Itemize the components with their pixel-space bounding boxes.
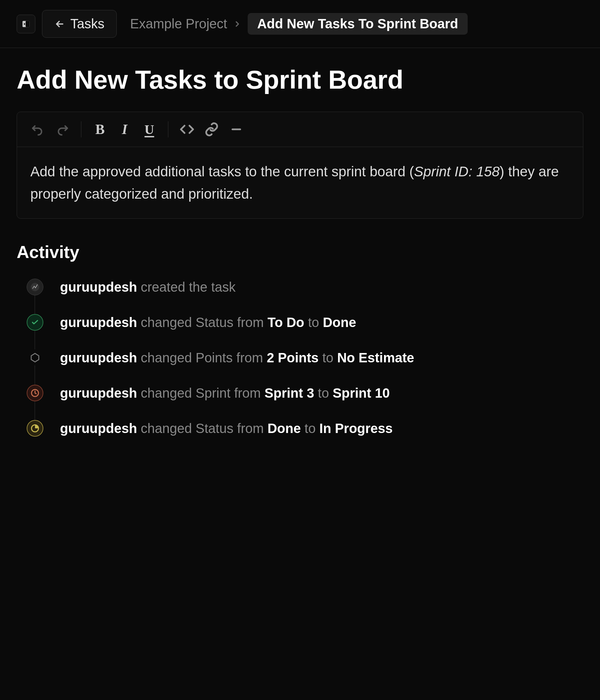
clock-icon [27, 385, 43, 401]
activity-item: guruupdesh changed Status from Done to I… [27, 420, 583, 437]
underline-button[interactable]: U [139, 120, 160, 139]
activity-connector [35, 330, 35, 349]
minus-icon [230, 123, 243, 136]
code-button[interactable] [176, 120, 198, 139]
undo-button[interactable] [27, 120, 48, 139]
check-icon [27, 314, 43, 331]
link-icon [204, 122, 219, 137]
hex-icon [27, 349, 43, 366]
activity-text: guruupdesh changed Sprint from Sprint 3 … [60, 386, 390, 401]
main-content: Add New Tasks to Sprint Board B I U [0, 48, 600, 472]
activity-user: guruupdesh [60, 315, 137, 330]
activity-item: guruupdesh changed Status from To Do to … [27, 314, 583, 331]
undo-icon [31, 123, 44, 136]
code-icon [180, 122, 194, 137]
redo-button[interactable] [52, 120, 73, 139]
link-button[interactable] [201, 120, 222, 139]
activity-to-word: to [319, 350, 338, 365]
activity-from: Done [267, 421, 301, 436]
activity-to: In Progress [319, 421, 393, 436]
activity-list: guruupdesh created the taskguruupdesh ch… [17, 279, 583, 437]
activity-connector [35, 295, 35, 314]
activity-connector [35, 365, 35, 385]
activity-action: changed Points from [141, 350, 267, 365]
activity-user: guruupdesh [60, 421, 137, 436]
activity-text: guruupdesh changed Points from 2 Points … [60, 350, 414, 365]
activity-to-word: to [304, 315, 323, 330]
activity-heading: Activity [17, 242, 583, 262]
activity-to-word: to [301, 421, 319, 436]
italic-button[interactable]: I [114, 120, 135, 139]
bold-button[interactable]: B [89, 120, 111, 139]
activity-from: To Do [267, 315, 304, 330]
editor-toolbar: B I U [17, 112, 583, 147]
page-title: Add New Tasks to Sprint Board [17, 65, 583, 95]
header: Tasks Example Project Add New Tasks To S… [0, 0, 600, 48]
activity-to: Done [323, 315, 356, 330]
prog-icon [27, 420, 43, 437]
activity-action: created the task [141, 280, 236, 294]
description-editor: B I U Add the approved additional tasks … [17, 112, 583, 219]
activity-to: Sprint 10 [333, 386, 390, 400]
activity-text: guruupdesh changed Status from Done to I… [60, 421, 393, 436]
arrow-left-icon [54, 19, 65, 29]
description-text[interactable]: Add the approved additional tasks to the… [17, 147, 583, 218]
activity-to: No Estimate [337, 350, 414, 365]
avatar-icon [27, 279, 43, 295]
panel-toggle-icon [21, 19, 31, 29]
italic-icon: I [122, 121, 127, 138]
activity-item: guruupdesh created the task [27, 279, 583, 295]
back-button[interactable]: Tasks [42, 10, 117, 38]
chevron-right-icon [233, 16, 242, 31]
sidebar-toggle-button[interactable] [17, 15, 35, 33]
svg-rect-1 [26, 21, 30, 27]
activity-connector [35, 401, 35, 420]
toolbar-separator [168, 121, 168, 138]
activity-user: guruupdesh [60, 280, 137, 294]
activity-action: changed Status from [141, 421, 267, 436]
toolbar-separator [81, 121, 81, 138]
activity-action: changed Sprint from [141, 386, 264, 400]
breadcrumb-project[interactable]: Example Project [130, 16, 227, 31]
activity-text: guruupdesh changed Status from To Do to … [60, 315, 356, 330]
activity-action: changed Status from [141, 315, 267, 330]
redo-icon [56, 123, 69, 136]
activity-item: guruupdesh changed Sprint from Sprint 3 … [27, 385, 583, 401]
activity-from: Sprint 3 [265, 386, 314, 400]
activity-text: guruupdesh created the task [60, 280, 236, 295]
breadcrumb: Example Project Add New Tasks To Sprint … [130, 13, 467, 35]
breadcrumb-current: Add New Tasks To Sprint Board [248, 13, 467, 35]
activity-from: 2 Points [267, 350, 319, 365]
back-label: Tasks [70, 16, 104, 31]
bold-icon: B [95, 121, 105, 138]
activity-to-word: to [314, 386, 333, 400]
description-prefix: Add the approved additional tasks to the… [30, 164, 414, 179]
underline-icon: U [145, 122, 154, 138]
activity-user: guruupdesh [60, 350, 137, 365]
description-italic: Sprint ID: 158 [414, 164, 500, 179]
divider-button[interactable] [226, 120, 247, 139]
activity-user: guruupdesh [60, 386, 137, 400]
svg-marker-4 [31, 354, 39, 362]
activity-item: guruupdesh changed Points from 2 Points … [27, 349, 583, 366]
